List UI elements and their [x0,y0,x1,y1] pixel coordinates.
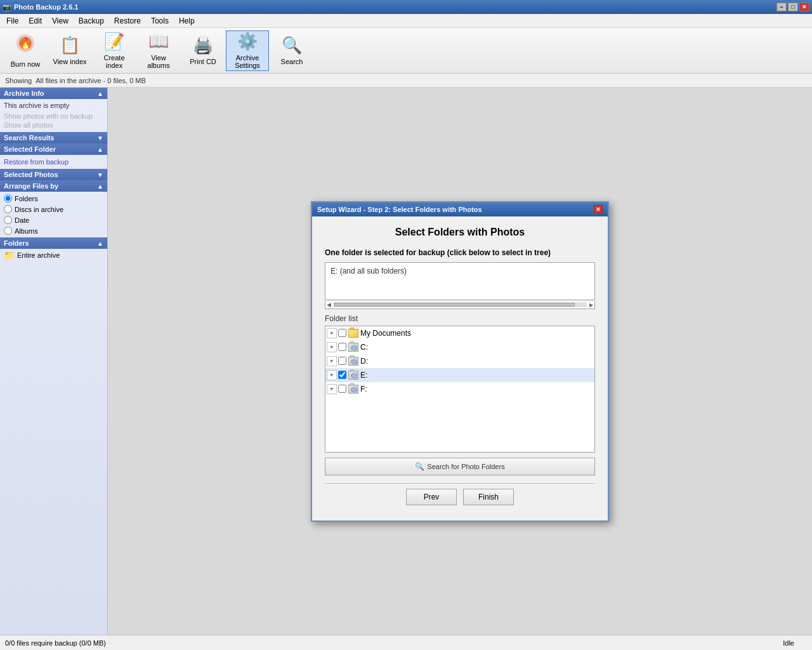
menu-backup[interactable]: Backup [74,15,109,27]
arrange-files-body: Folders Discs in archive Date Albums [0,192,107,237]
entire-archive-item[interactable]: 📁 Entire archive [0,249,107,262]
selected-folder-scrollbar[interactable]: ◀ ▶ [325,302,595,309]
search-results-header[interactable]: Search Results ▼ [0,132,107,143]
expand-e-drive[interactable]: + [327,370,337,380]
radio-discs-label: Discs in archive [15,206,63,213]
view-albums-button[interactable]: 📖 View albums [137,30,180,71]
check-f-drive[interactable] [338,385,346,393]
selected-folder-display: E: (and all sub folders) [325,262,595,300]
showing-bar: Showing All files in the archive - 0 fil… [0,74,812,88]
content-area: Setup Wizard - Step 2: Select Folders wi… [108,88,812,635]
restore-backup-link[interactable]: Restore from backup [4,157,103,166]
menu-tools[interactable]: Tools [146,15,174,27]
dialog-body: Select Folders with Photos One folder is… [312,216,608,521]
search-results-label: Search Results [4,134,54,142]
folder-tree[interactable]: + My Documents + [325,326,595,453]
check-d-drive[interactable] [338,357,346,365]
radio-albums[interactable]: Albums [4,225,103,236]
finish-button[interactable]: Finish [463,489,514,505]
show-all-link[interactable]: Show all photos [4,121,103,129]
horizontal-scrollbar-thumb[interactable] [334,303,575,307]
arrange-files-header[interactable]: Arrange Files by ▲ [0,180,107,192]
radio-date-input[interactable] [4,216,12,224]
expand-my-documents[interactable]: + [327,328,337,338]
tree-item-my-documents[interactable]: + My Documents [325,326,594,340]
search-photo-folders-button[interactable]: 🔍 Search for Photo Folders [325,458,595,475]
show-no-backup-link[interactable]: Show photos with no backup [4,112,103,121]
folder-icon-my-documents [348,329,358,338]
scroll-right-arrow[interactable]: ▶ [588,302,594,308]
burn-now-button[interactable]: 🔥 Burn now [4,30,47,71]
menu-edit[interactable]: Edit [23,15,47,27]
dialog-separator [325,483,595,484]
selected-folder-header[interactable]: Selected Folder ▲ [0,143,107,155]
tree-item-c-drive[interactable]: + C: [325,340,594,354]
expand-f-drive[interactable]: + [327,384,337,394]
idle-status: Idle [783,639,807,647]
print-cd-button[interactable]: 🖨️ Print CD [181,30,225,71]
archive-settings-label: Archive Settings [229,54,266,69]
app-title: Photo Backup 2.6.1 [14,3,78,11]
sidebar: Archive Info ▲ This archive is empty Sho… [0,88,108,635]
tree-item-f-drive[interactable]: + F: [325,382,594,396]
tree-label-my-documents: My Documents [360,329,411,338]
minimize-button[interactable]: − [776,3,787,11]
files-status-text: 0/0 files require backup (0/0 MB) [5,639,106,647]
folder-list-label: Folder list [325,314,595,323]
view-index-label: View index [53,58,87,65]
folders-label: Folders [4,239,29,247]
search-button[interactable]: 🔍 Search [270,30,313,71]
tree-label-c-drive: C: [360,343,368,352]
archive-settings-button[interactable]: ⚙️ Archive Settings [226,30,269,71]
menu-restore[interactable]: Restore [109,15,146,27]
svg-text:🔥: 🔥 [18,36,33,50]
radio-albums-label: Albums [15,227,38,235]
close-button[interactable]: ✕ [799,3,809,11]
burn-now-label: Burn now [11,60,40,68]
radio-date[interactable]: Date [4,215,103,225]
dialog-subtitle: One folder is selected for backup (click… [325,248,595,257]
menu-help[interactable]: Help [174,15,200,27]
status-bar: 0/0 files require backup (0/0 MB) Idle [0,635,812,650]
maximize-button[interactable]: □ [788,3,798,11]
menu-view[interactable]: View [47,15,74,27]
view-index-button[interactable]: 📋 View index [48,30,91,71]
tree-item-e-drive[interactable]: + E: [325,368,594,382]
check-e-drive[interactable] [338,371,346,379]
showing-label: Showing [5,77,32,84]
archive-info-body: This archive is empty Show photos with n… [0,99,107,132]
main-layout: Archive Info ▲ This archive is empty Sho… [0,88,812,635]
folder-icon-c-drive [348,343,358,352]
check-my-documents[interactable] [338,329,346,337]
radio-discs-input[interactable] [4,205,12,213]
dialog-heading: Select Folders with Photos [325,227,595,238]
archive-empty-text: This archive is empty [4,102,103,109]
search-results-arrow: ▼ [97,135,103,142]
prev-button[interactable]: Prev [406,489,457,505]
view-albums-icon: 📖 [148,32,169,51]
scroll-left-arrow[interactable]: ◀ [325,302,332,308]
radio-folders-input[interactable] [4,194,12,202]
print-cd-icon: 🖨️ [193,36,213,55]
selected-folder-arrow: ▲ [97,146,103,153]
view-index-icon: 📋 [60,36,80,55]
archive-info-header[interactable]: Archive Info ▲ [0,88,107,99]
dialog-close-button[interactable]: ✕ [594,205,603,214]
expand-d-drive[interactable]: + [327,356,337,366]
check-c-drive[interactable] [338,343,346,351]
horizontal-scrollbar-track[interactable] [334,302,587,307]
folders-header[interactable]: Folders ▲ [0,237,107,249]
tree-item-d-drive[interactable]: + D: [325,354,594,368]
tree-label-e-drive: E: [360,371,367,380]
burn-icon: 🔥 [15,33,36,58]
selected-photos-header[interactable]: Selected Photos ▼ [0,169,107,180]
expand-c-drive[interactable]: + [327,342,337,352]
radio-folders[interactable]: Folders [4,193,103,204]
menu-bar: File Edit View Backup Restore Tools Help [0,14,812,28]
menu-file[interactable]: File [1,15,23,27]
radio-discs[interactable]: Discs in archive [4,204,103,215]
selected-photos-arrow: ▼ [97,171,103,178]
create-index-button[interactable]: 📝 Create index [93,30,136,71]
radio-albums-input[interactable] [4,227,12,235]
entire-archive-label: Entire archive [17,251,60,259]
